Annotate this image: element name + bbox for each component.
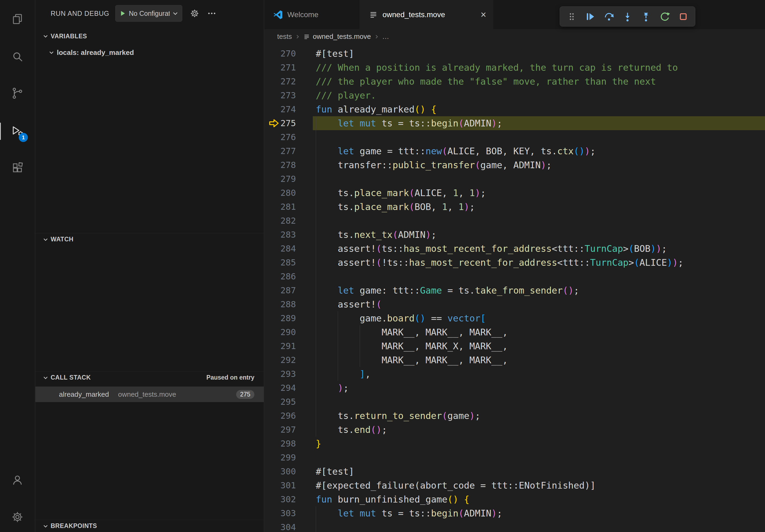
code-line[interactable]: /// When a position is already marked, t… xyxy=(316,61,683,75)
variables-section-header[interactable]: VARIABLES xyxy=(35,30,264,42)
stack-frame-row[interactable]: already_marked owned_tests.move 275 xyxy=(35,387,264,402)
call-stack-section-header[interactable]: CALL STACK Paused on entry xyxy=(35,371,264,384)
line-number[interactable]: 298 xyxy=(264,437,296,450)
code-line[interactable]: ); xyxy=(316,381,683,395)
step-over-icon[interactable] xyxy=(601,9,616,24)
breadcrumb-item-symbol[interactable]: … xyxy=(382,32,389,41)
watch-section-header[interactable]: WATCH xyxy=(35,233,264,245)
code-line[interactable] xyxy=(316,130,683,144)
line-number[interactable]: 274 xyxy=(264,102,296,116)
line-number[interactable]: 302 xyxy=(264,492,296,506)
search-icon[interactable] xyxy=(0,43,35,71)
code-line[interactable]: assert!(!ts::has_most_recent_for_address… xyxy=(316,256,683,269)
explorer-icon[interactable] xyxy=(0,5,35,33)
code-line[interactable]: ], xyxy=(316,367,683,381)
code-line[interactable]: let mut ts = ts::begin(ADMIN); xyxy=(316,506,683,520)
extensions-icon[interactable] xyxy=(0,154,35,182)
code-line[interactable]: fun already_marked() { xyxy=(316,102,683,116)
line-number[interactable]: 288 xyxy=(264,297,296,311)
code-line[interactable]: ts.return_to_sender(game); xyxy=(316,409,683,423)
code-line[interactable]: assert!( xyxy=(316,297,683,311)
code-line[interactable]: assert!(ts::has_most_recent_for_address<… xyxy=(316,242,683,256)
code-line[interactable]: } xyxy=(316,437,683,450)
line-number[interactable]: 273 xyxy=(264,89,296,102)
code-line[interactable]: ts.place_mark(ALICE, 1, 1); xyxy=(316,186,683,200)
code-lines[interactable]: #[test]/// When a position is already ma… xyxy=(316,47,683,532)
line-number[interactable]: 271 xyxy=(264,61,296,75)
code-line[interactable]: MARK__, MARK__, MARK__, xyxy=(316,325,683,339)
code-line[interactable]: #[test] xyxy=(316,464,683,478)
code-line[interactable] xyxy=(316,214,683,228)
debug-settings-gear-icon[interactable] xyxy=(190,9,200,18)
debug-config-dropdown[interactable]: No Configurations xyxy=(115,5,182,22)
code-line[interactable]: #[test] xyxy=(316,47,683,61)
breakpoints-section-header[interactable]: BREAKPOINTS xyxy=(35,520,264,532)
code-line[interactable]: /// player. xyxy=(316,89,683,102)
line-number[interactable]: 301 xyxy=(264,478,296,492)
line-number[interactable]: 277 xyxy=(264,144,296,158)
line-number[interactable]: 278 xyxy=(264,158,296,172)
line-number[interactable]: 283 xyxy=(264,228,296,242)
code-line[interactable] xyxy=(316,450,683,464)
line-number[interactable]: 290 xyxy=(264,325,296,339)
tab-owned-tests-move[interactable]: owned_tests.move × xyxy=(360,0,493,29)
code-line[interactable]: MARK__, MARK_X, MARK__, xyxy=(316,339,683,353)
step-out-icon[interactable] xyxy=(638,9,653,24)
code-line[interactable] xyxy=(316,520,683,532)
code-line[interactable]: fun burn_unfinished_game() { xyxy=(316,492,683,506)
step-into-icon[interactable] xyxy=(620,9,635,24)
toolbar-gripper-icon[interactable] xyxy=(564,9,579,24)
line-number[interactable]: 299 xyxy=(264,450,296,464)
line-number[interactable]: 296 xyxy=(264,409,296,423)
code-line[interactable]: let mut ts = ts::begin(ADMIN); xyxy=(316,116,683,130)
line-number[interactable]: 285 xyxy=(264,256,296,269)
continue-icon[interactable] xyxy=(583,9,598,24)
run-and-debug-icon[interactable]: 1 xyxy=(0,117,35,145)
code-line[interactable]: MARK__, MARK__, MARK__, xyxy=(316,353,683,367)
settings-gear-icon[interactable] xyxy=(0,503,35,531)
code-line[interactable] xyxy=(316,172,683,186)
code-line[interactable]: ts.next_tx(ADMIN); xyxy=(316,228,683,242)
line-number[interactable]: 284 xyxy=(264,242,296,256)
more-actions-icon[interactable] xyxy=(207,9,217,18)
code-line[interactable]: /// the player who made the "false" move… xyxy=(316,75,683,89)
line-number[interactable]: 300 xyxy=(264,464,296,478)
line-number[interactable]: 297 xyxy=(264,423,296,437)
code-line[interactable]: let game: ttt::Game = ts.take_from_sende… xyxy=(316,283,683,297)
line-number[interactable]: 294 xyxy=(264,381,296,395)
close-icon[interactable]: × xyxy=(480,10,486,20)
line-number[interactable]: 295 xyxy=(264,395,296,409)
code-line[interactable]: ts.end(); xyxy=(316,423,683,437)
code-line[interactable]: let game = ttt::new(ALICE, BOB, KEY, ts.… xyxy=(316,144,683,158)
start-debug-icon[interactable] xyxy=(119,10,126,17)
line-number[interactable]: 292 xyxy=(264,353,296,367)
line-number[interactable]: 291 xyxy=(264,339,296,353)
tab-welcome[interactable]: Welcome xyxy=(264,0,360,29)
code-area[interactable]: 2702712722732742752762772782792802812822… xyxy=(264,44,765,532)
source-control-icon[interactable] xyxy=(0,79,35,107)
line-number[interactable]: 293 xyxy=(264,367,296,381)
stop-icon[interactable] xyxy=(676,9,691,24)
line-number[interactable]: 272 xyxy=(264,75,296,89)
line-number[interactable]: 304 xyxy=(264,520,296,532)
breadcrumb-item-file[interactable]: owned_tests.move xyxy=(313,32,371,41)
code-line[interactable]: transfer::public_transfer(game, ADMIN); xyxy=(316,158,683,172)
code-line[interactable] xyxy=(316,395,683,409)
line-number[interactable]: 281 xyxy=(264,200,296,214)
breadcrumb-item-tests[interactable]: tests xyxy=(277,32,292,41)
line-number[interactable]: 282 xyxy=(264,214,296,228)
code-line[interactable]: #[expected_failure(abort_code = ttt::ENo… xyxy=(316,478,683,492)
line-number[interactable]: 276 xyxy=(264,130,296,144)
accounts-icon[interactable] xyxy=(0,466,35,494)
line-number[interactable]: 270 xyxy=(264,47,296,61)
line-number[interactable]: 279 xyxy=(264,172,296,186)
restart-icon[interactable] xyxy=(657,9,672,24)
line-number[interactable]: 286 xyxy=(264,269,296,283)
code-line[interactable]: game.board() == vector[ xyxy=(316,311,683,325)
code-line[interactable]: ts.place_mark(BOB, 1, 1); xyxy=(316,200,683,214)
line-number[interactable]: 280 xyxy=(264,186,296,200)
line-number[interactable]: 303 xyxy=(264,506,296,520)
line-number[interactable]: 287 xyxy=(264,283,296,297)
line-number[interactable]: 289 xyxy=(264,311,296,325)
code-line[interactable] xyxy=(316,269,683,283)
